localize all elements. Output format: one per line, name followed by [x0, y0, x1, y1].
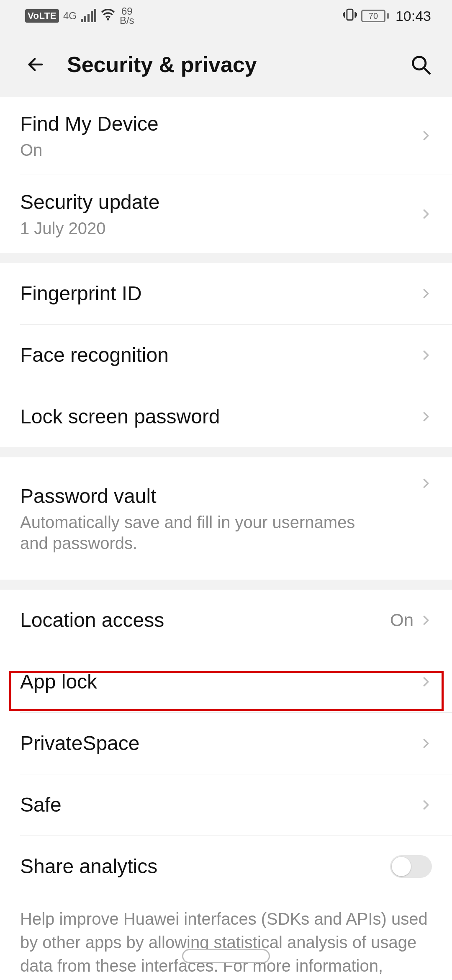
fingerprint-title: Fingerprint ID: [20, 281, 420, 307]
share-analytics-toggle[interactable]: [390, 855, 432, 878]
chevron-right-icon: [420, 349, 432, 361]
chevron-right-icon: [420, 411, 432, 423]
private-space-title: PrivateSpace: [20, 730, 420, 756]
page-title: Security & privacy: [67, 52, 406, 77]
row-password-vault[interactable]: Password vault Automatically save and fi…: [0, 457, 452, 580]
chevron-right-icon: [420, 477, 432, 489]
search-icon: [410, 54, 431, 75]
password-vault-sub: Automatically save and fill in your user…: [20, 512, 380, 554]
find-my-device-status: On: [20, 139, 420, 160]
group-gap: [0, 447, 452, 457]
row-safe[interactable]: Safe: [0, 774, 452, 836]
status-right: 70 10:43: [343, 8, 431, 25]
signal-icon: [81, 10, 96, 22]
row-location-access[interactable]: Location access On: [0, 590, 452, 651]
status-bar: VoLTE 4G 69 B/s 70 10:43: [0, 0, 452, 32]
chevron-right-icon: [420, 208, 432, 220]
group-password-vault: Password vault Automatically save and fi…: [0, 457, 452, 580]
gesture-nav-pill[interactable]: [182, 949, 270, 963]
row-face-recognition[interactable]: Face recognition: [0, 325, 452, 386]
svg-point-0: [107, 18, 109, 20]
wifi-icon: [100, 8, 116, 24]
row-security-update[interactable]: Security update 1 July 2020: [0, 175, 452, 253]
face-title: Face recognition: [20, 342, 420, 368]
app-header: Security & privacy: [0, 32, 452, 97]
share-analytics-description: Help improve Huawei interfaces (SDKs and…: [0, 897, 452, 980]
chevron-right-icon: [420, 799, 432, 811]
lock-pw-title: Lock screen password: [20, 404, 420, 430]
row-find-my-device[interactable]: Find My Device On: [0, 97, 452, 175]
network-speed: 69 B/s: [120, 7, 134, 25]
group-device: Find My Device On Security update 1 July…: [0, 97, 452, 253]
chevron-right-icon: [420, 130, 432, 142]
find-my-device-title: Find My Device: [20, 111, 420, 137]
volte-indicator: VoLTE: [25, 9, 59, 23]
group-privacy: Location access On App lock PrivateSpace…: [0, 590, 452, 980]
chevron-right-icon: [420, 738, 432, 749]
chevron-right-icon: [420, 614, 432, 626]
row-private-space[interactable]: PrivateSpace: [0, 713, 452, 774]
back-button[interactable]: [21, 50, 50, 79]
security-update-date: 1 July 2020: [20, 218, 420, 239]
row-app-lock[interactable]: App lock: [0, 651, 452, 712]
group-biometrics: Fingerprint ID Face recognition Lock scr…: [0, 263, 452, 447]
clock: 10:43: [396, 8, 431, 24]
password-vault-title: Password vault: [20, 483, 420, 509]
svg-line-3: [424, 68, 430, 73]
status-left: VoLTE 4G 69 B/s: [25, 7, 134, 25]
security-update-title: Security update: [20, 189, 420, 215]
svg-rect-1: [347, 9, 353, 20]
location-title: Location access: [20, 607, 390, 633]
share-analytics-title: Share analytics: [20, 854, 390, 879]
chevron-right-icon: [420, 288, 432, 299]
group-gap: [0, 253, 452, 263]
battery-indicator: 70: [361, 10, 389, 22]
safe-title: Safe: [20, 792, 420, 818]
app-lock-title: App lock: [20, 669, 420, 695]
network-type: 4G: [63, 11, 77, 21]
row-fingerprint-id[interactable]: Fingerprint ID: [0, 263, 452, 324]
vibrate-icon: [343, 8, 357, 25]
row-share-analytics[interactable]: Share analytics: [0, 836, 452, 897]
row-lock-screen-password[interactable]: Lock screen password: [0, 386, 452, 447]
chevron-right-icon: [420, 676, 432, 688]
group-gap: [0, 580, 452, 590]
back-arrow-icon: [26, 55, 45, 74]
search-button[interactable]: [406, 50, 435, 79]
location-value: On: [390, 610, 413, 630]
